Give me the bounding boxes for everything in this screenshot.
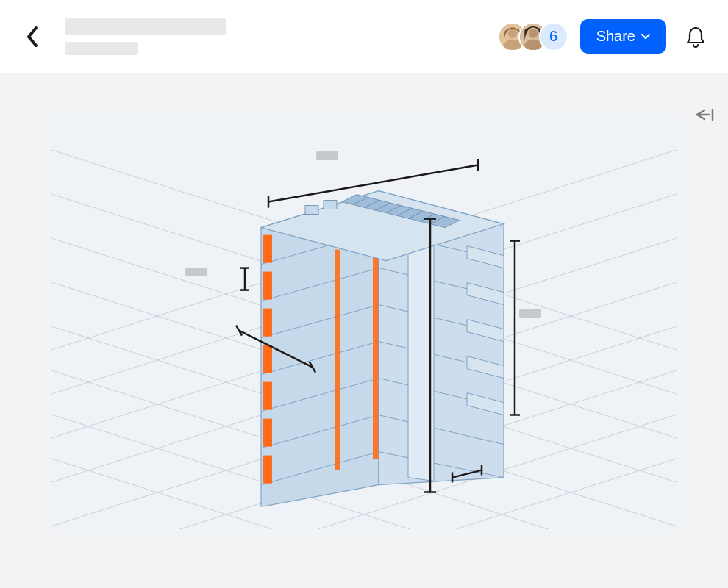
share-button-label: Share [596,28,635,45]
collapse-right-icon [694,107,715,122]
building-model [188,125,540,507]
share-button[interactable]: Share [580,19,666,54]
app-header: 6 Share [0,0,728,74]
svg-point-1 [507,29,517,38]
svg-rect-37 [263,419,272,447]
notifications-button[interactable] [681,22,710,51]
page-title-skeleton [65,18,226,35]
canvas-area [0,74,728,588]
bell-icon [685,26,706,48]
page-subtitle-skeleton [65,42,138,55]
svg-line-74 [236,326,242,336]
svg-point-4 [528,29,538,38]
svg-rect-32 [263,235,272,263]
svg-rect-38 [263,456,272,484]
svg-rect-33 [263,272,272,300]
svg-rect-39 [335,250,340,470]
chevron-left-icon [26,26,39,48]
caret-down-icon [641,34,650,40]
svg-rect-65 [305,206,318,215]
svg-rect-35 [263,345,272,373]
collaborator-count[interactable]: 6 [539,22,568,51]
title-area [65,18,226,55]
svg-rect-34 [263,309,272,337]
svg-rect-40 [373,239,379,459]
svg-rect-36 [263,382,272,410]
model-viewport[interactable] [51,118,677,529]
collaborator-avatars[interactable]: 6 [498,22,568,51]
back-button[interactable] [18,22,47,51]
collapse-panel-button[interactable] [693,103,716,126]
svg-rect-66 [324,201,337,209]
